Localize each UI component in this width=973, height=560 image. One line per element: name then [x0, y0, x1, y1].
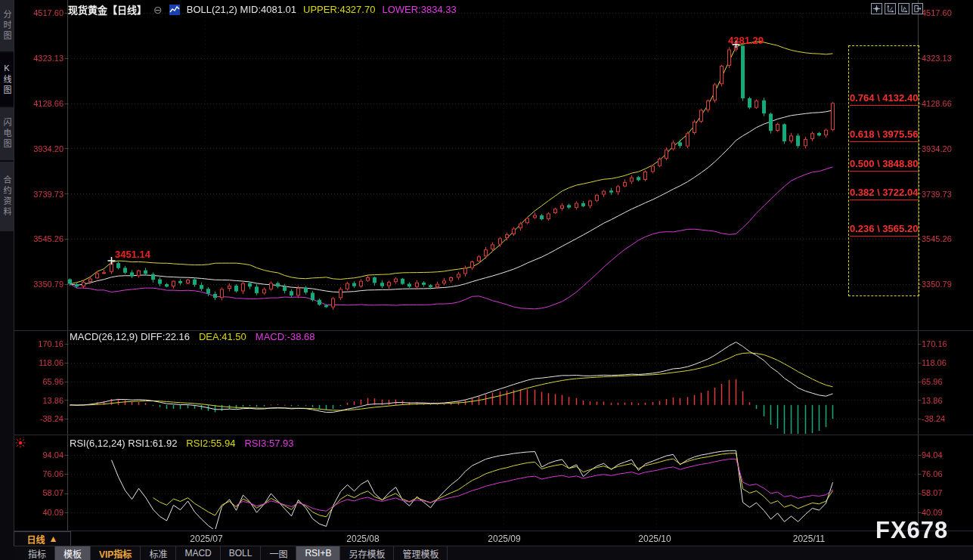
rsi2-value: RSI2:55.94 [186, 438, 235, 449]
sidebar-tab-contract-info[interactable]: 合约资料 [0, 162, 14, 231]
fib-level-label: 0.500 \ 3848.80 [850, 158, 918, 172]
macd-tick-label: 13.86 [24, 396, 64, 405]
crosshair-tool-icon[interactable] [871, 3, 882, 14]
macd-tick-label: 118.06 [922, 358, 947, 367]
chart-type-sidebar: 分时图 K线图 闪电图 合约资料 [0, 0, 14, 560]
price-tick-label: 3739.73 [24, 190, 64, 199]
macd-diff-value: MACD(26,12,9) DIFF:22.16 [70, 331, 190, 342]
price-tick-label: 4517.60 [24, 8, 64, 17]
macd-tick-label: 118.06 [24, 358, 64, 367]
fx678-watermark: FX678 [875, 517, 948, 544]
tab-boll[interactable]: BOLL [221, 546, 262, 560]
price-tick-label: 4517.60 [922, 8, 952, 17]
price-tick-label: 4128.66 [922, 99, 952, 108]
fib-level-label: 0.764 \ 4132.40 [850, 92, 918, 106]
panel-divider [14, 531, 973, 531]
rsi-tick-label: 94.04 [24, 450, 64, 459]
period-selector[interactable]: 日线 ▲ [14, 531, 71, 546]
boll-lower-value: LOWER:3834.33 [382, 4, 456, 15]
tab-templates[interactable]: 模板 [55, 546, 91, 560]
price-tick-label: 3350.79 [922, 280, 952, 289]
x-axis-scale-icon[interactable] [898, 3, 909, 14]
fib-level-label: 0.618 \ 3975.56 [850, 128, 918, 142]
rsi-settings-icon[interactable] [15, 438, 26, 448]
tab-macd[interactable]: MACD [176, 546, 220, 560]
boll-upper-value: UPPER:4327.70 [303, 4, 375, 15]
price-tick-label: 3934.20 [24, 144, 64, 153]
price-tick-label: 3350.79 [24, 280, 64, 289]
macd-hist-value: MACD:-38.68 [256, 331, 315, 342]
macd-tick-label: 13.86 [922, 396, 943, 405]
price-tick-label: 4323.13 [24, 54, 64, 63]
chart-canvas[interactable] [0, 0, 973, 560]
price-tick-label: 3545.26 [24, 234, 64, 243]
tab-standard[interactable]: 标准 [141, 546, 176, 560]
boll-mid-value: BOLL(21,2) MID:4081.01 [187, 4, 296, 15]
price-tick-label: 3545.26 [922, 234, 952, 243]
trading-app-window: 分时图 K线图 闪电图 合约资料 现货黄金【日线】 ⊖ BOLL(21,2) M… [0, 0, 973, 560]
tab-manage-template[interactable]: 管理模板 [394, 546, 448, 560]
peak-price-annotation: 4381.29 [728, 35, 764, 46]
fib-level-label: 0.236 \ 3565.20 [850, 223, 918, 237]
swing-high-annotation: 3451.14 [115, 249, 150, 260]
rsi-tick-label: 58.07 [24, 488, 64, 497]
rsi-indicator-row: RSI(6,12,24) RSI1:61.92 RSI2:55.94 RSI3:… [70, 438, 293, 449]
x-axis-month-label: 2025/11 [786, 534, 832, 544]
price-tick-label: 3934.20 [922, 144, 952, 153]
macd-tick-label: 170.16 [24, 339, 64, 348]
period-dropdown-arrow-icon: ▲ [49, 534, 58, 544]
x-axis-month-label: 2025/08 [340, 534, 386, 544]
macd-tick-label: -38.24 [24, 414, 64, 423]
tab-rsi-b[interactable]: RSI+B [296, 546, 340, 560]
collapse-indicator-icon[interactable]: ⊖ [153, 4, 163, 16]
symbol-title: 现货黄金【日线】 [68, 2, 147, 17]
rsi-tick-label: 40.09 [922, 508, 943, 517]
macd-indicator-row: MACD(26,12,9) DIFF:22.16 DEA:41.50 MACD:… [70, 331, 315, 342]
rsi-tick-label: 40.09 [24, 508, 64, 517]
macd-tick-label: 65.96 [922, 377, 943, 386]
x-axis-month-label: 2025/07 [184, 534, 229, 544]
chart-toolbar [871, 3, 923, 14]
macd-tick-label: -38.24 [922, 414, 945, 423]
rsi-tick-label: 58.07 [922, 488, 943, 497]
tab-vip-indicators[interactable]: VIP指标 [91, 546, 141, 560]
rsi3-value: RSI3:57.93 [244, 438, 293, 449]
price-tick-label: 4323.13 [922, 54, 952, 63]
rsi-tick-label: 94.04 [922, 450, 943, 459]
rsi-tick-label: 76.06 [24, 469, 64, 478]
period-label: 日线 [27, 533, 45, 546]
y-axis-scale-icon[interactable] [885, 3, 896, 14]
exit-view-icon[interactable] [912, 3, 923, 14]
template-tab-bar: 指标 模板 VIP指标 标准 MACD BOLL 一图 RSI+B 另存模板 管… [14, 546, 973, 560]
sidebar-tab-kline-chart[interactable]: K线图 [0, 53, 14, 106]
sidebar-tab-time-chart[interactable]: 分时图 [0, 0, 14, 51]
tab-one-chart[interactable]: 一图 [261, 546, 296, 560]
boll-indicator-icon[interactable] [169, 5, 180, 15]
tab-save-template[interactable]: 另存模板 [340, 546, 394, 560]
rsi1-value: RSI(6,12,24) RSI1:61.92 [70, 438, 177, 449]
panel-divider [14, 435, 973, 435]
price-tick-label: 3739.73 [922, 190, 952, 199]
price-tick-label: 4128.66 [24, 99, 64, 108]
x-axis-month-label: 2025/09 [482, 534, 527, 544]
macd-tick-label: 170.16 [922, 339, 947, 348]
sidebar-tab-lightning-chart[interactable]: 闪电图 [0, 107, 14, 160]
rsi-tick-label: 76.06 [922, 469, 943, 478]
chart-header: 现货黄金【日线】 ⊖ BOLL(21,2) MID:4081.01 UPPER:… [68, 2, 457, 17]
fib-level-label: 0.382 \ 3722.04 [850, 187, 918, 200]
tab-indicators[interactable]: 指标 [20, 546, 55, 560]
x-axis-month-label: 2025/10 [632, 534, 677, 544]
macd-tick-label: 65.96 [24, 377, 64, 386]
macd-dea-value: DEA:41.50 [199, 331, 246, 342]
